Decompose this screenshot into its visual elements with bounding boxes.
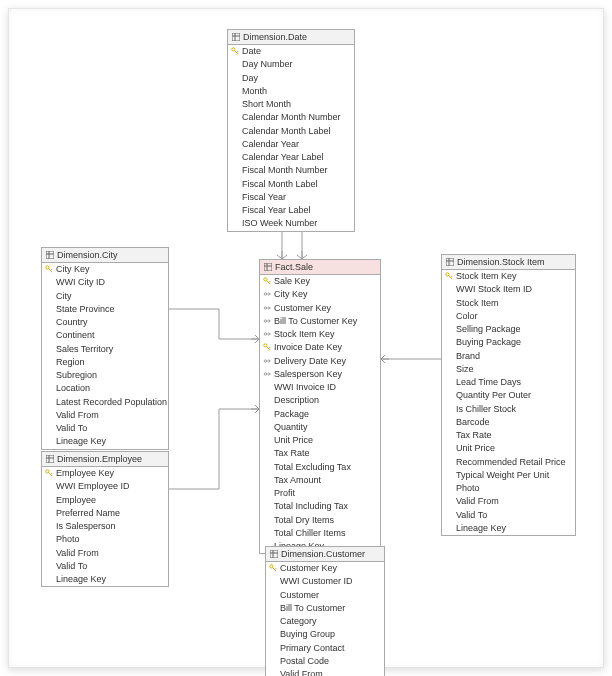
table-column[interactable]: Short Month [228,98,354,111]
table-column[interactable]: Buying Group [266,628,384,641]
table-column[interactable]: Calendar Year Label [228,151,354,164]
table-column[interactable]: Fiscal Year [228,191,354,204]
table-column[interactable]: Valid To [42,560,168,573]
table-column[interactable]: Photo [442,482,575,495]
table-column[interactable]: Total Including Tax [260,500,380,513]
table-column[interactable]: Lineage Key [42,435,168,448]
table-column[interactable]: ISO Week Number [228,217,354,230]
table-column[interactable]: Primary Contact [266,642,384,655]
table-column[interactable]: Continent [42,329,168,342]
entity-header[interactable]: Fact.Sale [260,260,380,275]
table-column[interactable]: Postal Code [266,655,384,668]
table-column[interactable]: State Province [42,303,168,316]
table-column[interactable]: Valid From [42,547,168,560]
table-column[interactable]: Stock Item [442,297,575,310]
table-column[interactable]: Invoice Date Key [260,341,380,354]
table-column[interactable]: Preferred Name [42,507,168,520]
entity-fact-sale[interactable]: Fact.Sale Sale KeyCity KeyCustomer KeyBi… [259,259,381,554]
table-column[interactable]: WWI Stock Item ID [442,283,575,296]
table-column[interactable]: Customer Key [266,562,384,575]
entity-dimension-city[interactable]: Dimension.City City KeyWWI City IDCitySt… [41,247,169,450]
table-column[interactable]: Fiscal Month Number [228,164,354,177]
table-column[interactable]: Customer Key [260,302,380,315]
entity-header[interactable]: Dimension.City [42,248,168,263]
table-column[interactable]: Valid From [266,668,384,676]
table-column[interactable]: Month [228,85,354,98]
column-name: Barcode [456,417,490,427]
entity-dimension-date[interactable]: Dimension.Date DateDay NumberDayMonthSho… [227,29,355,232]
table-column[interactable]: Recommended Retail Price [442,456,575,469]
table-column[interactable]: Salesperson Key [260,368,380,381]
table-column[interactable]: WWI City ID [42,276,168,289]
table-column[interactable]: Calendar Year [228,138,354,151]
entity-dimension-employee[interactable]: Dimension.Employee Employee KeyWWI Emplo… [41,451,169,587]
table-column[interactable]: Sale Key [260,275,380,288]
table-column[interactable]: Latest Recorded Population [42,396,168,409]
table-column[interactable]: Delivery Date Key [260,355,380,368]
table-column[interactable]: Sales Territory [42,343,168,356]
table-column[interactable]: Unit Price [442,442,575,455]
entity-dimension-stock-item[interactable]: Dimension.Stock Item Stock Item KeyWWI S… [441,254,576,536]
table-column[interactable]: Fiscal Year Label [228,204,354,217]
table-column[interactable]: Tax Rate [442,429,575,442]
entity-header[interactable]: Dimension.Customer [266,547,384,562]
table-column[interactable]: Day [228,72,354,85]
table-column[interactable]: Valid To [442,509,575,522]
table-column[interactable]: Tax Rate [260,447,380,460]
table-column[interactable]: Stock Item Key [260,328,380,341]
table-column[interactable]: Bill To Customer Key [260,315,380,328]
entity-header[interactable]: Dimension.Date [228,30,354,45]
table-column[interactable]: Total Chiller Items [260,527,380,540]
table-column[interactable]: Lineage Key [42,573,168,586]
table-column[interactable]: Day Number [228,58,354,71]
table-column[interactable]: Stock Item Key [442,270,575,283]
table-column[interactable]: Quantity [260,421,380,434]
table-column[interactable]: Calendar Month Number [228,111,354,124]
table-column[interactable]: Category [266,615,384,628]
table-column[interactable]: Employee [42,494,168,507]
entity-header[interactable]: Dimension.Stock Item [442,255,575,270]
table-column[interactable]: Brand [442,350,575,363]
table-column[interactable]: Package [260,408,380,421]
table-column[interactable]: Lineage Key [442,522,575,535]
table-column[interactable]: Total Excluding Tax [260,461,380,474]
table-column[interactable]: Is Chiller Stock [442,403,575,416]
table-column[interactable]: City Key [42,263,168,276]
table-column[interactable]: Buying Package [442,336,575,349]
diagram-canvas[interactable]: Dimension.Date DateDay NumberDayMonthSho… [8,8,604,668]
table-column[interactable]: Selling Package [442,323,575,336]
table-column[interactable]: Photo [42,533,168,546]
table-column[interactable]: Profit [260,487,380,500]
table-column[interactable]: Region [42,356,168,369]
table-column[interactable]: Typical Weight Per Unit [442,469,575,482]
table-column[interactable]: Tax Amount [260,474,380,487]
table-column[interactable]: WWI Employee ID [42,480,168,493]
entity-header[interactable]: Dimension.Employee [42,452,168,467]
table-column[interactable]: WWI Customer ID [266,575,384,588]
table-column[interactable]: Description [260,394,380,407]
entity-dimension-customer[interactable]: Dimension.Customer Customer KeyWWI Custo… [265,546,385,676]
table-column[interactable]: Country [42,316,168,329]
table-column[interactable]: Location [42,382,168,395]
table-column[interactable]: Lead Time Days [442,376,575,389]
table-column[interactable]: Quantity Per Outer [442,389,575,402]
table-column[interactable]: Size [442,363,575,376]
table-column[interactable]: Valid From [42,409,168,422]
table-column[interactable]: Customer [266,589,384,602]
table-column[interactable]: Employee Key [42,467,168,480]
table-column[interactable]: WWI Invoice ID [260,381,380,394]
table-column[interactable]: Bill To Customer [266,602,384,615]
table-column[interactable]: Color [442,310,575,323]
table-column[interactable]: Valid From [442,495,575,508]
table-column[interactable]: Total Dry Items [260,514,380,527]
table-column[interactable]: Date [228,45,354,58]
table-column[interactable]: City Key [260,288,380,301]
table-column[interactable]: Calendar Month Label [228,125,354,138]
table-column[interactable]: Valid To [42,422,168,435]
table-column[interactable]: Is Salesperson [42,520,168,533]
table-column[interactable]: Barcode [442,416,575,429]
table-column[interactable]: Fiscal Month Label [228,178,354,191]
table-column[interactable]: Subregion [42,369,168,382]
table-column[interactable]: City [42,290,168,303]
table-column[interactable]: Unit Price [260,434,380,447]
